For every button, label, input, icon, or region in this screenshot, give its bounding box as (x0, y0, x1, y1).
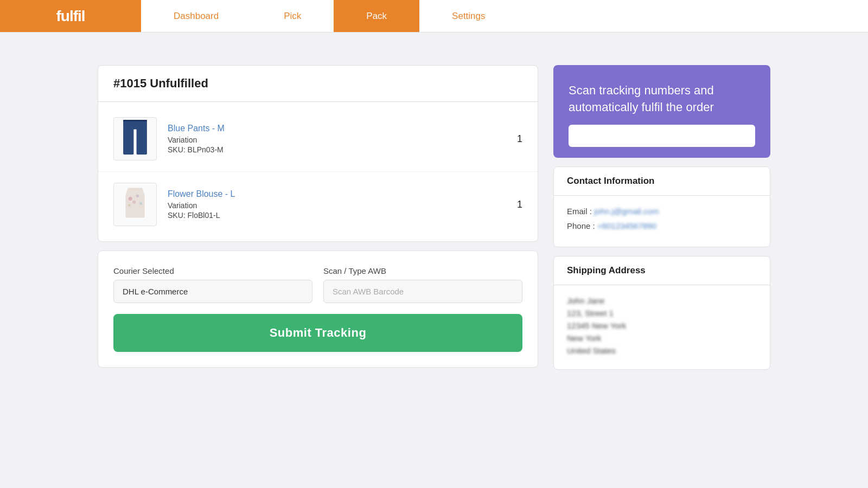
item-name-0: Blue Pants - M (168, 124, 506, 133)
shipping-card: Courier Selected Scan / Type AWB Submit … (98, 251, 538, 368)
awb-field-group: Scan / Type AWB (323, 266, 522, 303)
order-item-0: Blue Pants - M Variation SKU: BLPn03-M 1 (98, 106, 538, 172)
order-item-1: Flower Blouse - L Variation SKU: FloBl01… (98, 172, 538, 237)
navbar: fulfil Dashboard Pick Pack Settings (0, 0, 868, 33)
email-label: Email : (567, 207, 594, 216)
item-sku-0: SKU: BLPn03-M (168, 145, 506, 154)
svg-point-8 (132, 201, 136, 204)
item-image-0 (113, 117, 157, 160)
left-column: #1015 Unfulfilled Blue Pants - M (98, 65, 538, 370)
item-image-1 (113, 183, 157, 226)
item-qty-1: 1 (517, 199, 522, 210)
item-details-1: Flower Blouse - L Variation SKU: FloBl01… (168, 189, 506, 220)
svg-point-7 (136, 195, 139, 197)
svg-marker-4 (126, 188, 145, 195)
courier-label: Courier Selected (113, 266, 312, 275)
order-items-list: Blue Pants - M Variation SKU: BLPn03-M 1 (98, 102, 538, 241)
phone-value[interactable]: +601234567890 (597, 221, 656, 230)
submit-tracking-button[interactable]: Submit Tracking (113, 314, 522, 352)
email-value[interactable]: john.j@gmail.com (594, 207, 659, 216)
courier-input[interactable] (113, 280, 312, 303)
contact-email-line: Email : john.j@gmail.com (567, 207, 757, 216)
pants-icon (119, 120, 151, 158)
address-line-4: United States (567, 346, 757, 355)
svg-point-9 (139, 202, 142, 205)
svg-rect-3 (123, 120, 147, 121)
order-header: #1015 Unfulfilled (98, 66, 538, 102)
nav-pack[interactable]: Pack (334, 0, 419, 32)
contact-body: Email : john.j@gmail.com Phone : +601234… (554, 196, 770, 247)
courier-field-group: Courier Selected (113, 266, 312, 303)
nav-pick[interactable]: Pick (251, 0, 334, 32)
nav-dashboard[interactable]: Dashboard (141, 0, 251, 32)
svg-rect-2 (137, 129, 147, 155)
logo-text: fulfil (56, 8, 85, 25)
item-variation-0: Variation (168, 136, 506, 144)
address-line-3: New York (567, 333, 757, 343)
phone-label: Phone : (567, 221, 597, 230)
main-content: #1015 Unfulfilled Blue Pants - M (54, 33, 814, 402)
svg-rect-1 (123, 129, 133, 155)
contact-header: Contact Information (554, 167, 770, 196)
scan-title: Scan tracking numbers and automatically … (569, 82, 755, 116)
contact-phone-line: Phone : +601234567890 (567, 221, 757, 230)
item-variation-1: Variation (168, 201, 506, 210)
shipping-address-header: Shipping Address (554, 256, 770, 285)
item-sku-1: SKU: FloBl01-L (168, 211, 506, 220)
scan-panel: Scan tracking numbers and automatically … (553, 65, 770, 158)
address-line-0: John Jane (567, 296, 757, 305)
shipping-address-card: Shipping Address John Jane 123, Street 1… (553, 256, 770, 370)
nav-settings[interactable]: Settings (419, 0, 518, 32)
contact-card: Contact Information Email : john.j@gmail… (553, 166, 770, 247)
svg-point-10 (128, 204, 130, 207)
address-line-1: 123, Street 1 (567, 309, 757, 318)
item-details-0: Blue Pants - M Variation SKU: BLPn03-M (168, 124, 506, 154)
right-column: Scan tracking numbers and automatically … (553, 65, 770, 370)
svg-point-6 (129, 197, 132, 201)
nav-items: Dashboard Pick Pack Settings (141, 0, 868, 32)
order-title: #1015 Unfulfilled (113, 76, 208, 90)
awb-input[interactable] (323, 280, 522, 303)
item-qty-0: 1 (517, 133, 522, 145)
shipping-address-body: John Jane 123, Street 1 12345 New York N… (554, 285, 770, 369)
order-card: #1015 Unfulfilled Blue Pants - M (98, 65, 538, 242)
blouse-icon (119, 185, 151, 223)
address-line-2: 12345 New York (567, 321, 757, 330)
item-name-1: Flower Blouse - L (168, 189, 506, 199)
awb-label: Scan / Type AWB (323, 266, 522, 275)
shipping-row: Courier Selected Scan / Type AWB (113, 266, 522, 303)
logo[interactable]: fulfil (0, 0, 141, 32)
scan-tracking-input[interactable] (569, 125, 755, 147)
